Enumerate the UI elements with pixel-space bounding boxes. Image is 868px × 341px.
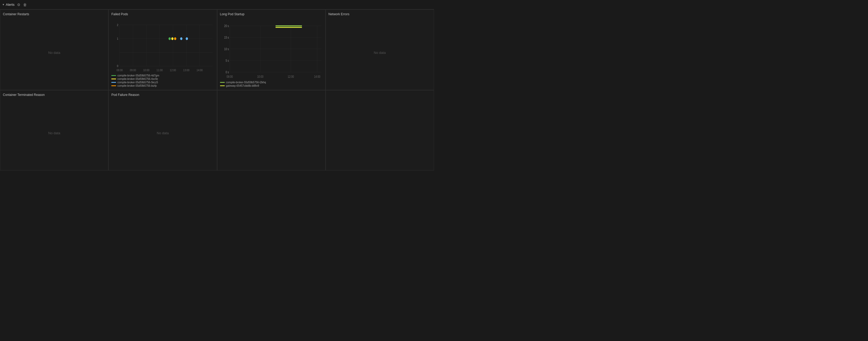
long-pod-startup-svg: 20 s 15 s 10 s 5 s 0 s 08:00 10:00 12:00… (220, 18, 323, 80)
panel-pod-failure-reason-title: Pod Failure Reason (111, 93, 214, 97)
legend-label-1: compile-broker-55d59b5756-4xc9z (117, 78, 158, 80)
legend-label-2: compile-broker-55d59b5756-5kcz5 (117, 81, 158, 84)
legend-item-0: compile-broker-55d59b5756-4d7gm (111, 74, 214, 77)
svg-text:10:00: 10:00 (257, 75, 264, 79)
panel-container-terminated-reason: Container Terminated Reason No data (0, 90, 108, 171)
header-title: Alerts (6, 3, 14, 6)
svg-text:1: 1 (117, 37, 118, 40)
panel-long-pod-startup: Long Pod Startup 20 s 15 s 10 s 5 s 0 s (217, 9, 326, 90)
panel-network-errors: Network Errors No data (326, 9, 434, 90)
long-pod-legend-color-0 (220, 82, 225, 83)
panel-container-restarts: Container Restarts No data (0, 9, 108, 90)
legend-label-3: compile-broker-55d59b5756-bizfp (117, 84, 157, 87)
svg-text:11:00: 11:00 (156, 68, 163, 72)
svg-point-21 (168, 37, 170, 40)
svg-text:08:00: 08:00 (226, 75, 233, 79)
container-terminated-reason-no-data: No data (3, 99, 105, 168)
panel-long-pod-startup-title: Long Pod Startup (220, 12, 323, 16)
svg-text:10 s: 10 s (224, 47, 229, 51)
panel-failed-pods-title: Failed Pods (111, 12, 214, 16)
svg-text:0 s: 0 s (225, 70, 229, 74)
panel-bottom-right-1 (217, 90, 326, 171)
legend-color-3 (111, 85, 116, 86)
svg-point-23 (174, 37, 176, 40)
long-pod-legend-color-1 (220, 85, 225, 86)
svg-text:10:00: 10:00 (143, 68, 150, 72)
long-pod-startup-legend: compile-broker-55d59b5756-l2khq gateway-… (220, 81, 323, 87)
svg-text:15 s: 15 s (224, 35, 229, 39)
long-pod-legend-item-0: compile-broker-55d59b5756-l2khq (220, 81, 323, 84)
svg-text:20 s: 20 s (224, 24, 229, 28)
svg-point-25 (186, 37, 188, 40)
legend-item-3: compile-broker-55d59b5756-bizfp (111, 84, 214, 87)
main-grid: Container Restarts No data Failed Pods 2… (0, 9, 434, 171)
panel-failed-pods: Failed Pods 2 1 0 08:00 09:00 10:00 (108, 9, 217, 90)
legend-color-1 (111, 79, 116, 79)
legend-color-0 (111, 75, 116, 76)
panel-pod-failure-reason: Pod Failure Reason No data (108, 90, 217, 171)
header: ▾ Alerts ⚙ 🗑 (0, 0, 434, 9)
long-pod-startup-chart: 20 s 15 s 10 s 5 s 0 s 08:00 10:00 12:00… (220, 18, 323, 87)
long-pod-legend-item-1: gateway-65457cbb8b-b88v9 (220, 84, 323, 87)
legend-item-1: compile-broker-55d59b5756-4xc9z (111, 78, 214, 80)
network-errors-no-data: No data (329, 18, 431, 87)
long-pod-legend-label-1: gateway-65457cbb8b-b88v9 (226, 84, 259, 87)
panel-container-restarts-title: Container Restarts (3, 12, 105, 16)
panel-container-terminated-reason-title: Container Terminated Reason (3, 93, 105, 97)
svg-text:5 s: 5 s (225, 59, 229, 62)
collapse-chevron[interactable]: ▾ (3, 3, 4, 6)
svg-text:12:00: 12:00 (170, 68, 176, 72)
failed-pods-legend: compile-broker-55d59b5756-4d7gm compile-… (111, 74, 214, 87)
svg-text:0: 0 (117, 64, 118, 67)
svg-point-24 (180, 37, 182, 40)
header-icons: ⚙ 🗑 (17, 3, 27, 7)
panel-bottom-right-2 (326, 90, 434, 171)
container-restarts-no-data: No data (3, 18, 105, 87)
svg-text:13:00: 13:00 (183, 68, 190, 72)
svg-text:14:00: 14:00 (314, 75, 320, 79)
svg-point-22 (172, 37, 174, 40)
pod-failure-reason-no-data: No data (111, 99, 214, 168)
trash-icon[interactable]: 🗑 (23, 3, 27, 7)
legend-label-0: compile-broker-55d59b5756-4d7gm (117, 74, 159, 77)
long-pod-startup-svg-container: 20 s 15 s 10 s 5 s 0 s 08:00 10:00 12:00… (220, 18, 323, 80)
failed-pods-chart: 2 1 0 08:00 09:00 10:00 11:00 12:00 13:0… (111, 18, 214, 87)
failed-pods-svg-container: 2 1 0 08:00 09:00 10:00 11:00 12:00 13:0… (111, 18, 214, 73)
svg-text:08:00: 08:00 (117, 68, 123, 72)
svg-text:2: 2 (117, 23, 118, 27)
legend-item-2: compile-broker-55d59b5756-5kcz5 (111, 81, 214, 84)
svg-text:12:00: 12:00 (287, 75, 294, 79)
gear-icon[interactable]: ⚙ (17, 3, 21, 7)
svg-text:14:00: 14:00 (197, 68, 203, 72)
long-pod-legend-label-0: compile-broker-55d59b5756-l2khq (226, 81, 266, 84)
svg-text:09:00: 09:00 (130, 68, 136, 72)
panel-network-errors-title: Network Errors (329, 12, 431, 16)
legend-color-2 (111, 82, 116, 83)
failed-pods-svg: 2 1 0 08:00 09:00 10:00 11:00 12:00 13:0… (111, 18, 214, 73)
